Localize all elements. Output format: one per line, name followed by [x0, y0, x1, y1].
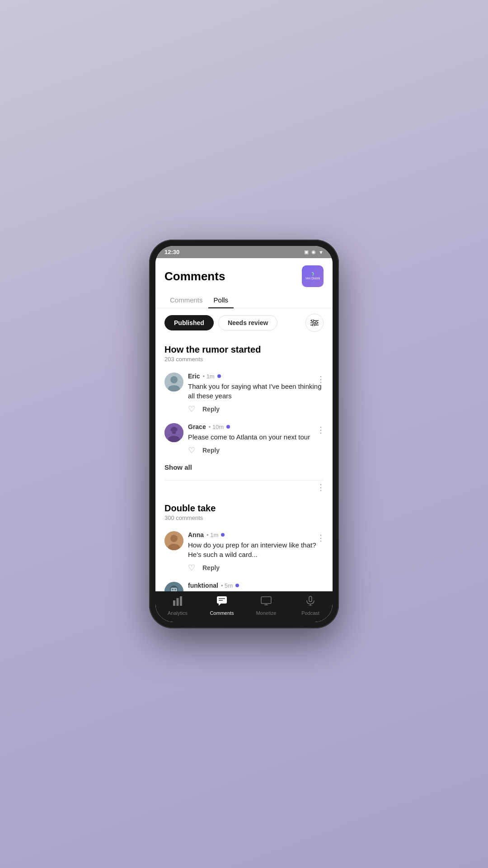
comment-time-anna: • 1m — [206, 532, 218, 538]
svg-rect-22 — [173, 600, 175, 606]
comment-new-dot-eric — [217, 374, 221, 378]
comment-body-anna: Anna • 1m How do you prep for an intervi… — [188, 531, 324, 573]
comments-icon — [216, 596, 227, 609]
episode-title-1: How the rumor started — [164, 344, 324, 355]
episode-title-2: Double take — [164, 503, 324, 514]
comment-actions-grace: ♡ Reply — [188, 445, 324, 455]
comment-new-dot-anna — [221, 533, 225, 537]
more-options-anna[interactable]: ⋮ — [317, 533, 325, 543]
svg-point-3 — [315, 322, 318, 324]
svg-point-13 — [176, 430, 179, 436]
header: Comments 🎙️Veri Distrib — [155, 258, 333, 291]
svg-point-20 — [172, 589, 174, 590]
comment-funktional: funktional • 5m Can you do an episode ab… — [155, 577, 333, 591]
comment-meta-grace: Grace • 10m — [188, 423, 324, 430]
comment-text-grace: Please come to Atlanta on your next tour — [188, 432, 324, 442]
nav-monetize[interactable]: Monetize — [253, 596, 280, 616]
monetize-label: Monetize — [256, 610, 277, 616]
svg-point-12 — [169, 430, 172, 436]
heart-icon-anna: ♡ — [188, 563, 195, 573]
status-bar: 12:30 ▣ ◉ ▼ — [155, 246, 333, 258]
tab-polls[interactable]: Polls — [208, 292, 234, 308]
svg-rect-24 — [180, 596, 182, 606]
sliders-icon — [310, 320, 319, 326]
episode-section-2: Double take 300 comments — [155, 496, 333, 521]
svg-point-7 — [170, 376, 178, 383]
more-options-ep2[interactable]: ⋮ — [317, 482, 325, 492]
comment-new-dot-grace — [226, 425, 230, 429]
section-more-ep2: ⋮ — [155, 482, 333, 496]
comment-text-funktional: Can you do an episode about action movie… — [188, 591, 324, 591]
bar-chart-icon — [172, 596, 183, 606]
signal-icon: ▼ — [319, 250, 324, 255]
comment-text-eric: Thank you for saying what I've been thin… — [188, 382, 324, 401]
grace-avatar-image — [164, 423, 183, 442]
comment-author-eric: Eric — [188, 373, 200, 380]
podcast-icon — [305, 596, 315, 609]
like-button-eric[interactable]: ♡ — [188, 404, 195, 414]
filter-options-button[interactable] — [305, 314, 324, 332]
comment-grace: Grace • 10m Please come to Atlanta on yo… — [155, 419, 333, 460]
svg-marker-28 — [219, 604, 221, 606]
show-all-link-ep1[interactable]: Show all — [155, 460, 333, 478]
chat-icon — [216, 596, 227, 606]
comment-time-grace: • 10m — [209, 424, 224, 430]
svg-rect-32 — [309, 596, 312, 602]
analytics-label: Analytics — [168, 610, 188, 616]
anna-avatar-image — [164, 531, 183, 550]
monetize-icon — [261, 596, 272, 609]
comments-nav-label: Comments — [210, 610, 234, 616]
channel-avatar[interactable]: 🎙️Veri Distrib — [302, 265, 324, 287]
filter-needs-review[interactable]: Needs review — [218, 315, 278, 330]
more-options-grace[interactable]: ⋮ — [317, 425, 325, 435]
tab-comments[interactable]: How the rumor started Comments — [164, 292, 208, 308]
comment-new-dot-funktional — [235, 584, 239, 587]
tab-bar: How the rumor started Comments Polls — [155, 291, 333, 308]
filter-bar: Published Needs review — [155, 308, 333, 337]
comment-anna: Anna • 1m How do you prep for an intervi… — [155, 527, 333, 577]
avatar-image: 🎙️Veri Distrib — [305, 272, 320, 280]
page-title: Comments — [164, 269, 225, 283]
reply-button-grace[interactable]: Reply — [202, 447, 220, 454]
like-button-grace[interactable]: ♡ — [188, 445, 195, 455]
analytics-icon — [172, 596, 183, 609]
comment-eric: Eric • 1m Thank you for saying what I've… — [155, 368, 333, 419]
nav-analytics[interactable]: Analytics — [164, 596, 191, 616]
status-icons: ▣ ◉ ▼ — [304, 249, 324, 255]
comment-meta-anna: Anna • 1m — [188, 531, 324, 538]
eric-avatar-image — [164, 373, 183, 392]
nav-podcast[interactable]: Podcast — [297, 596, 324, 616]
avatar-funktional — [164, 582, 183, 591]
app-content: Comments 🎙️Veri Distrib How the rumor st… — [155, 258, 333, 622]
more-options-eric[interactable]: ⋮ — [317, 374, 325, 384]
avatar-anna — [164, 531, 183, 550]
svg-rect-25 — [217, 596, 227, 604]
heart-icon-grace: ♡ — [188, 445, 195, 455]
comment-body-eric: Eric • 1m Thank you for saying what I've… — [188, 373, 324, 414]
comment-body-grace: Grace • 10m Please come to Atlanta on yo… — [188, 423, 324, 455]
monitor-icon — [261, 596, 272, 606]
phone-frame: 12:30 ▣ ◉ ▼ Comments 🎙️Veri Distrib How … — [149, 240, 339, 628]
comment-time-funktional: • 5m — [221, 582, 233, 589]
reply-button-anna[interactable]: Reply — [202, 564, 220, 571]
svg-point-1 — [312, 320, 314, 322]
avatar-grace — [164, 423, 183, 442]
comment-body-funktional: funktional • 5m Can you do an episode ab… — [188, 582, 324, 591]
episode-section-1: How the rumor started 203 comments — [155, 337, 333, 363]
bottom-nav: Analytics Comments — [155, 591, 333, 622]
like-button-anna[interactable]: ♡ — [188, 563, 195, 573]
filter-published[interactable]: Published — [164, 315, 214, 330]
comment-meta-eric: Eric • 1m — [188, 373, 324, 380]
comments-scroll-area[interactable]: How the rumor started 203 comments — [155, 337, 333, 591]
svg-point-15 — [170, 535, 178, 542]
svg-point-21 — [174, 589, 176, 590]
battery-icon: ▣ — [304, 249, 309, 255]
avatar-eric — [164, 373, 183, 392]
comment-meta-funktional: funktional • 5m — [188, 582, 324, 589]
podcast-label: Podcast — [301, 610, 319, 616]
comment-text-anna: How do you prep for an interview like th… — [188, 540, 324, 559]
nav-comments[interactable]: Comments — [208, 596, 235, 616]
phone-screen: 12:30 ▣ ◉ ▼ Comments 🎙️Veri Distrib How … — [155, 246, 333, 622]
funktional-avatar-image — [164, 582, 183, 591]
reply-button-eric[interactable]: Reply — [202, 406, 220, 413]
